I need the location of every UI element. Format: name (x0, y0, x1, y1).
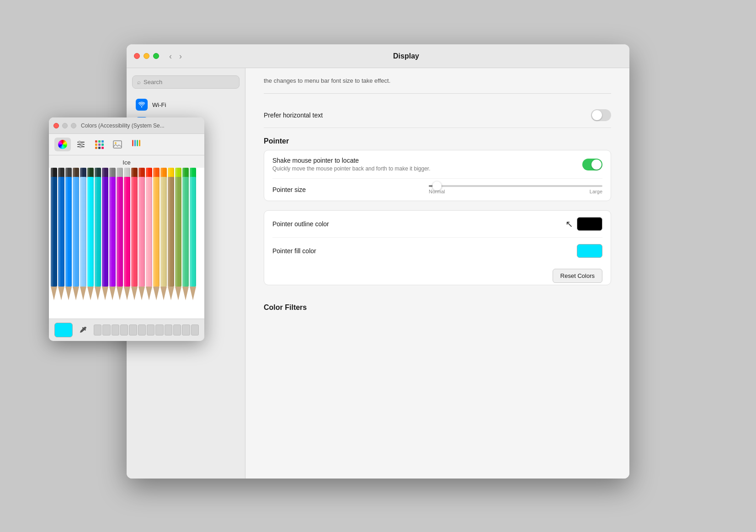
svg-rect-111 (117, 177, 123, 287)
svg-rect-114 (124, 177, 130, 287)
svg-point-16 (115, 142, 117, 144)
shake-toggle[interactable] (582, 159, 602, 170)
prefer-horizontal-text-row: Prefer horizontal text (264, 103, 611, 128)
svg-rect-18 (134, 140, 136, 146)
current-color-swatch[interactable] (54, 323, 73, 337)
svg-rect-132 (168, 177, 174, 287)
close-button[interactable] (134, 53, 140, 59)
prefer-horizontal-text-toggle[interactable] (591, 109, 611, 121)
color-slot-3[interactable] (112, 325, 119, 335)
settings-panel: the changes to menu bar font size to tak… (245, 68, 629, 479)
tab-image[interactable] (109, 138, 126, 151)
color-slot-9[interactable] (165, 325, 172, 335)
svg-rect-87 (58, 177, 64, 287)
minimize-button[interactable] (144, 53, 149, 59)
tab-color-wheel[interactable] (54, 138, 71, 151)
svg-marker-101 (95, 287, 101, 300)
svg-point-4 (81, 144, 83, 146)
color-slot-11[interactable] (182, 325, 190, 335)
slider-label-large: Large (590, 189, 602, 194)
color-slot-1[interactable] (94, 325, 101, 335)
pointer-fill-color-swatch[interactable] (577, 244, 602, 258)
sliders-icon (76, 140, 85, 149)
color-slot-5[interactable] (129, 325, 137, 335)
reset-colors-row: Reset Colors (272, 264, 602, 285)
slider-thumb[interactable] (432, 181, 442, 191)
color-wheel-icon (58, 140, 67, 149)
maximize-button[interactable] (153, 53, 159, 59)
svg-rect-17 (132, 140, 133, 146)
reset-colors-button[interactable]: Reset Colors (553, 269, 602, 283)
svg-rect-105 (102, 177, 108, 287)
svg-point-3 (79, 141, 81, 144)
pointer-size-slider-wrap: Normal Large (429, 185, 602, 194)
forward-button[interactable]: › (176, 51, 185, 61)
shake-row: Shake mouse pointer to locate Quickly mo… (272, 150, 602, 178)
search-box[interactable]: ⌕ (132, 75, 240, 89)
notice-text: the changes to menu bar font size to tak… (264, 73, 611, 94)
svg-rect-8 (101, 140, 104, 143)
eyedropper-button[interactable] (76, 323, 90, 337)
search-input[interactable] (144, 79, 234, 85)
colors-titlebar: Colors (Accessibility (System Se... (49, 117, 204, 134)
svg-rect-7 (98, 140, 101, 143)
svg-rect-13 (98, 147, 101, 149)
svg-marker-134 (175, 287, 181, 300)
svg-marker-86 (58, 287, 64, 300)
color-slots (94, 325, 199, 335)
tab-pencils[interactable] (128, 138, 144, 151)
svg-marker-131 (168, 287, 174, 300)
svg-rect-12 (95, 147, 97, 149)
svg-marker-104 (102, 287, 108, 300)
prefer-horizontal-text-label: Prefer horizontal text (264, 112, 323, 119)
color-slot-2[interactable] (102, 325, 110, 335)
pointer-outline-color-swatch[interactable] (577, 217, 602, 231)
sidebar-item-label-wifi: Wi-Fi (152, 101, 166, 108)
svg-rect-11 (101, 144, 104, 146)
color-slot-4[interactable] (120, 325, 128, 335)
colors-panel-title: Colors (Accessibility (System Se... (81, 122, 200, 129)
back-button[interactable]: ‹ (166, 51, 175, 61)
wifi-icon (136, 99, 148, 111)
colors-panel: Colors (Accessibility (System Se... (49, 117, 204, 341)
colors-close-button[interactable] (53, 123, 59, 128)
color-slot-10[interactable] (173, 325, 181, 335)
svg-rect-20 (139, 140, 140, 146)
svg-rect-6 (95, 140, 97, 143)
svg-rect-126 (153, 177, 160, 287)
svg-marker-83 (51, 287, 57, 300)
color-slot-12[interactable] (191, 325, 199, 335)
pointer-size-slider[interactable] (429, 185, 602, 187)
svg-rect-108 (109, 177, 116, 287)
colors-maximize-button[interactable] (71, 123, 76, 128)
color-slot-8[interactable] (155, 325, 163, 335)
color-slot-6[interactable] (138, 325, 146, 335)
svg-marker-107 (109, 287, 116, 300)
pointer-section-heading: Pointer (264, 128, 611, 150)
tab-sliders[interactable] (73, 138, 89, 151)
pointer-colors-block: Pointer outline color ↖ Pointer fill col… (264, 210, 611, 285)
svg-marker-137 (182, 287, 189, 300)
tab-palette[interactable] (91, 138, 107, 151)
svg-rect-120 (138, 177, 145, 287)
sidebar-item-wifi[interactable]: Wi-Fi (132, 96, 240, 113)
svg-marker-128 (160, 287, 167, 300)
svg-rect-129 (160, 177, 167, 287)
svg-marker-98 (87, 287, 94, 300)
svg-rect-15 (113, 141, 122, 148)
slider-labels: Normal Large (429, 189, 602, 194)
pointer-cursor-icon: ↖ (565, 218, 573, 229)
colors-minimize-button[interactable] (62, 123, 68, 128)
svg-rect-102 (95, 177, 101, 287)
svg-rect-93 (73, 177, 79, 287)
svg-rect-117 (131, 177, 138, 287)
nav-buttons: ‹ › (166, 51, 185, 61)
svg-rect-84 (51, 177, 57, 287)
svg-rect-123 (146, 177, 152, 287)
colors-tabs (49, 134, 204, 155)
pointer-size-row: Pointer size Normal Large (272, 178, 602, 201)
svg-rect-10 (98, 144, 101, 146)
svg-marker-122 (146, 287, 152, 300)
svg-rect-9 (95, 144, 97, 146)
color-slot-7[interactable] (147, 325, 154, 335)
